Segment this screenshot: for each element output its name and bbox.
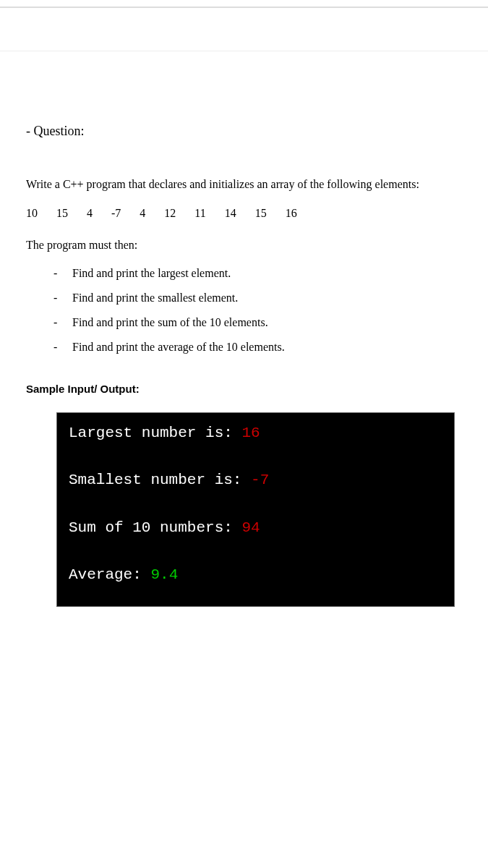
terminal-value: -7: [251, 472, 269, 488]
terminal-value: 9.4: [150, 566, 178, 583]
terminal-line: Largest number is: 16: [69, 423, 442, 443]
terminal-label: Smallest number is:: [69, 472, 251, 488]
terminal-value: 94: [241, 519, 260, 536]
task-list: Find and print the largest element. Find…: [53, 267, 462, 354]
question-heading: - Question:: [26, 124, 462, 139]
array-element: 12: [164, 207, 176, 220]
array-element: 4: [140, 207, 145, 220]
terminal-label: Largest number is:: [69, 425, 241, 441]
document-page: - Question: Write a C++ program that dec…: [0, 51, 488, 868]
top-toolbar-edge: [0, 0, 488, 7]
list-item: Find and print the smallest element.: [53, 292, 462, 305]
terminal-line: Sum of 10 numbers: 94: [69, 518, 442, 537]
terminal-output: Largest number is: 16 Smallest number is…: [56, 412, 455, 607]
array-element: 15: [255, 207, 267, 220]
list-item: Find and print the largest element.: [53, 267, 462, 280]
array-element: 14: [225, 207, 236, 220]
array-element: -7: [111, 207, 121, 220]
array-element: 11: [194, 207, 205, 220]
terminal-label: Sum of 10 numbers:: [69, 519, 241, 536]
then-label: The program must then:: [26, 236, 462, 255]
array-element: 15: [56, 207, 68, 220]
array-element: 10: [26, 207, 38, 220]
array-elements-row: 10 15 4 -7 4 12 11 14 15 16: [26, 207, 462, 220]
terminal-label: Average:: [69, 566, 150, 583]
terminal-line: Average: 9.4: [69, 565, 442, 584]
question-prompt: Write a C++ program that declares and in…: [26, 175, 462, 194]
page-gap: [0, 7, 488, 51]
array-element: 16: [286, 207, 297, 220]
array-element: 4: [87, 207, 93, 220]
terminal-line: Smallest number is: -7: [69, 470, 442, 490]
sample-io-heading: Sample Input/ Output:: [26, 383, 462, 395]
terminal-value: 16: [241, 425, 260, 441]
list-item: Find and print the average of the 10 ele…: [53, 341, 462, 354]
list-item: Find and print the sum of the 10 element…: [53, 316, 462, 329]
